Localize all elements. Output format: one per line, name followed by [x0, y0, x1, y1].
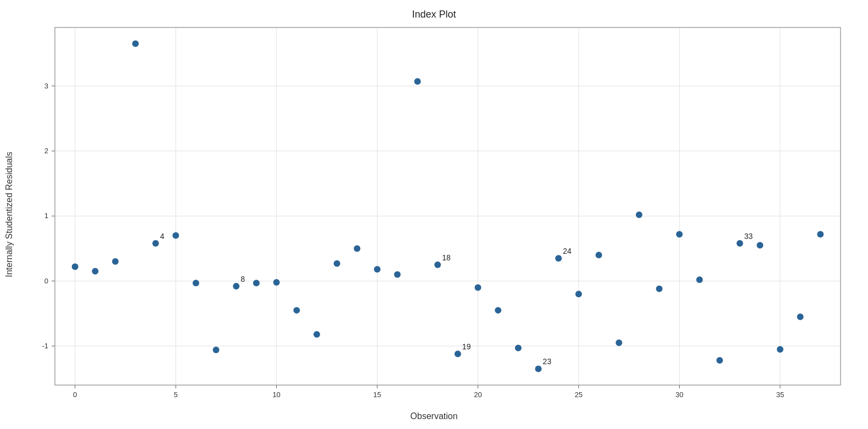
- svg-text:30: 30: [675, 391, 683, 399]
- data-point: [273, 279, 280, 286]
- data-point: [374, 266, 380, 272]
- data-point: [112, 258, 119, 265]
- point-label: 33: [744, 232, 753, 241]
- data-point: [575, 291, 582, 297]
- data-point: [535, 365, 542, 372]
- data-point: [636, 211, 642, 218]
- data-point: [354, 245, 360, 252]
- svg-text:1: 1: [44, 211, 48, 220]
- data-point: [737, 240, 743, 247]
- data-point: [656, 286, 663, 292]
- data-point: [293, 307, 300, 314]
- data-point: [696, 276, 703, 283]
- data-point: [92, 268, 98, 275]
- data-point: [172, 232, 179, 239]
- data-point: [455, 350, 461, 357]
- scatter-plot: 05101520253035-10123Index PlotObservatio…: [0, 0, 868, 429]
- svg-text:0: 0: [73, 391, 77, 399]
- data-point: [334, 260, 340, 267]
- data-point: [394, 271, 401, 278]
- svg-text:35: 35: [776, 391, 784, 399]
- data-point: [132, 41, 139, 47]
- data-point: [716, 357, 723, 364]
- data-point: [434, 261, 441, 268]
- data-point: [676, 231, 682, 237]
- svg-text:Internally Studentized Residua: Internally Studentized Residuals: [4, 152, 14, 277]
- svg-text:10: 10: [272, 391, 280, 399]
- svg-text:25: 25: [575, 391, 583, 399]
- point-label: 4: [160, 232, 164, 241]
- data-point: [777, 346, 783, 353]
- svg-text:15: 15: [373, 391, 381, 399]
- data-point: [313, 331, 320, 338]
- svg-text:Observation: Observation: [410, 411, 457, 421]
- point-label: 8: [240, 275, 245, 283]
- svg-text:0: 0: [44, 277, 48, 285]
- svg-rect-1: [55, 27, 841, 385]
- svg-text:-1: -1: [42, 342, 48, 350]
- data-point: [495, 307, 501, 314]
- data-point: [817, 231, 824, 237]
- point-label: 18: [442, 253, 451, 262]
- data-point: [475, 284, 481, 291]
- data-point: [193, 280, 199, 286]
- svg-text:2: 2: [44, 147, 48, 155]
- data-point: [253, 280, 260, 286]
- data-point: [615, 339, 622, 346]
- data-point: [596, 252, 602, 258]
- data-point: [72, 264, 79, 270]
- chart-container: 05101520253035-10123Index PlotObservatio…: [0, 0, 868, 429]
- data-point: [152, 240, 159, 247]
- svg-text:5: 5: [174, 391, 178, 399]
- data-point: [213, 347, 220, 353]
- data-point: [414, 78, 421, 85]
- svg-text:20: 20: [474, 391, 481, 399]
- svg-text:3: 3: [44, 82, 48, 90]
- data-point: [797, 314, 804, 320]
- data-point: [515, 345, 522, 352]
- point-label: 24: [563, 247, 572, 255]
- data-point: [233, 283, 239, 289]
- data-point: [555, 255, 562, 261]
- point-label: 19: [462, 342, 471, 351]
- point-label: 23: [543, 357, 552, 366]
- svg-text:Index Plot: Index Plot: [412, 9, 456, 20]
- data-point: [757, 242, 763, 249]
